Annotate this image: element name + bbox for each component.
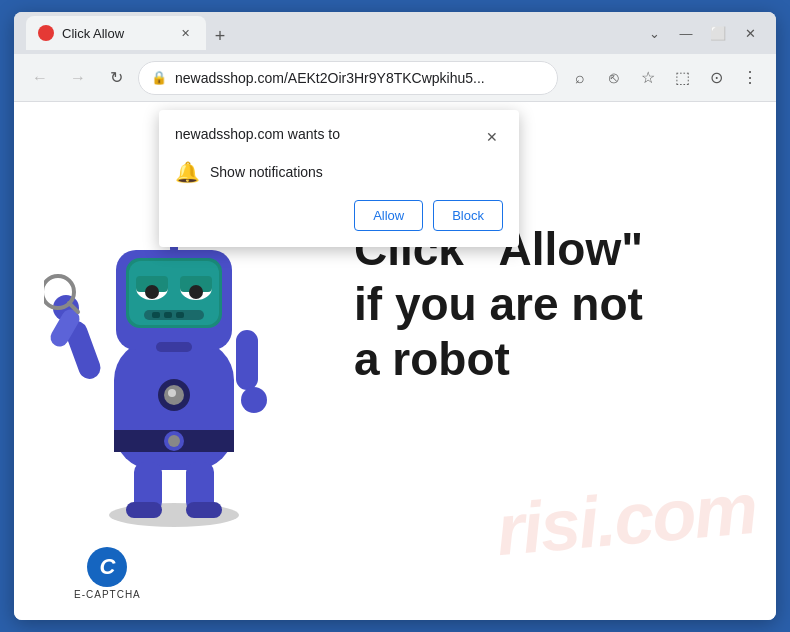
svg-point-31: [168, 389, 176, 397]
page-text-line2: if you are not: [354, 277, 643, 332]
address-text: newadsshop.com/AEKt2Oir3Hr9Y8TKCwpkihu5.…: [175, 70, 545, 86]
tab-favicon: [38, 25, 54, 41]
svg-rect-13: [186, 502, 222, 518]
popup-header: newadsshop.com wants to ✕: [175, 126, 503, 148]
new-tab-button[interactable]: +: [206, 22, 234, 50]
allow-button[interactable]: Allow: [354, 200, 423, 231]
ecaptcha-label: E-CAPTCHA: [74, 589, 141, 600]
page-content: risi.com: [14, 102, 776, 620]
bookmark-icon-button[interactable]: ☆: [632, 62, 664, 94]
svg-rect-32: [156, 342, 192, 352]
popup-notification-row: 🔔 Show notifications: [175, 160, 503, 184]
svg-point-7: [168, 435, 180, 447]
back-button[interactable]: ←: [24, 62, 56, 94]
notification-popup: newadsshop.com wants to ✕ 🔔 Show notific…: [159, 110, 519, 247]
ecaptcha-c-icon: C: [87, 547, 127, 587]
tab-title: Click Allow: [62, 26, 168, 41]
ecaptcha-logo: C E-CAPTCHA: [74, 547, 141, 600]
svg-rect-11: [126, 502, 162, 518]
svg-point-9: [241, 387, 267, 413]
menu-icon-button[interactable]: ⋮: [734, 62, 766, 94]
watermark: risi.com: [493, 467, 759, 571]
svg-rect-26: [176, 312, 184, 318]
address-bar[interactable]: 🔒 newadsshop.com/AEKt2Oir3Hr9Y8TKCwpkihu…: [138, 61, 558, 95]
tab-close-button[interactable]: ✕: [176, 24, 194, 42]
chevron-down-button[interactable]: ⌄: [640, 19, 668, 47]
maximize-button[interactable]: ⬜: [704, 19, 732, 47]
reload-button[interactable]: ↻: [100, 62, 132, 94]
bell-icon: 🔔: [175, 160, 200, 184]
notification-label: Show notifications: [210, 164, 323, 180]
title-bar-actions: ⌄ — ⬜ ✕: [640, 19, 764, 47]
svg-rect-8: [236, 330, 258, 390]
profile-icon-button[interactable]: ⊙: [700, 62, 732, 94]
popup-close-button[interactable]: ✕: [481, 126, 503, 148]
svg-point-21: [145, 285, 159, 299]
lock-icon: 🔒: [151, 70, 167, 85]
tab-bar: Click Allow ✕ +: [26, 16, 632, 50]
window-close-button[interactable]: ✕: [736, 19, 764, 47]
svg-rect-25: [164, 312, 172, 318]
toolbar: ← → ↻ 🔒 newadsshop.com/AEKt2Oir3Hr9Y8TKC…: [14, 54, 776, 102]
active-tab[interactable]: Click Allow ✕: [26, 16, 206, 50]
share-icon-button[interactable]: ⎋: [598, 62, 630, 94]
svg-rect-24: [152, 312, 160, 318]
svg-point-22: [189, 285, 203, 299]
page-text-line3: a robot: [354, 332, 643, 387]
search-icon-button[interactable]: ⌕: [564, 62, 596, 94]
browser-window: Click Allow ✕ + ⌄ — ⬜ ✕ ← → ↻ 🔒 newadssh…: [14, 12, 776, 620]
split-icon-button[interactable]: ⬚: [666, 62, 698, 94]
title-bar: Click Allow ✕ + ⌄ — ⬜ ✕: [14, 12, 776, 54]
forward-button[interactable]: →: [62, 62, 94, 94]
minimize-button[interactable]: —: [672, 19, 700, 47]
block-button[interactable]: Block: [433, 200, 503, 231]
popup-buttons: Allow Block: [175, 200, 503, 231]
popup-title: newadsshop.com wants to: [175, 126, 340, 142]
toolbar-icons: ⌕ ⎋ ☆ ⬚ ⊙ ⋮: [564, 62, 766, 94]
